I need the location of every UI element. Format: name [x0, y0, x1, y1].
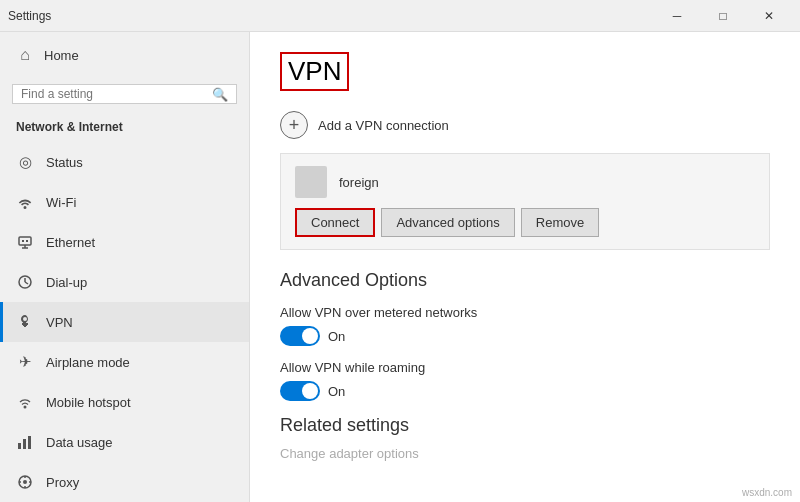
- sidebar: ⌂ Home 🔍 Network & Internet ◎ Status Wi-…: [0, 32, 250, 502]
- vpn-card-name: foreign: [339, 175, 379, 190]
- vpn-card: foreign Connect Advanced options Remove: [280, 153, 770, 250]
- sidebar-item-label-status: Status: [46, 155, 83, 170]
- svg-rect-9: [18, 443, 21, 449]
- sidebar-item-wifi[interactable]: Wi-Fi: [0, 182, 249, 222]
- change-adapter-options-link[interactable]: Change adapter options: [280, 446, 770, 461]
- wifi-icon: [16, 193, 34, 211]
- toggle-metered-control: On: [280, 326, 770, 346]
- related-settings-title: Related settings: [280, 415, 770, 436]
- sidebar-item-label-dialup: Dial-up: [46, 275, 87, 290]
- toggle-roaming-switch[interactable]: [280, 381, 320, 401]
- title-bar: Settings ─ □ ✕: [0, 0, 800, 32]
- sidebar-item-label-ethernet: Ethernet: [46, 235, 95, 250]
- svg-rect-11: [28, 436, 31, 449]
- sidebar-item-status[interactable]: ◎ Status: [0, 142, 249, 182]
- dialup-icon: [16, 273, 34, 291]
- close-button[interactable]: ✕: [746, 0, 792, 32]
- advanced-options-section-title: Advanced Options: [280, 270, 770, 291]
- sidebar-item-dialup[interactable]: Dial-up: [0, 262, 249, 302]
- add-vpn-button[interactable]: + Add a VPN connection: [280, 111, 770, 139]
- sidebar-item-vpn[interactable]: VPN: [0, 302, 249, 342]
- vpn-card-buttons: Connect Advanced options Remove: [295, 208, 755, 237]
- svg-rect-0: [19, 237, 31, 245]
- toggle-roaming-state: On: [328, 384, 345, 399]
- page-title-wrapper: VPN: [280, 52, 349, 91]
- search-input[interactable]: [21, 87, 212, 101]
- vpn-icon: [16, 313, 34, 331]
- svg-point-13: [23, 480, 27, 484]
- svg-rect-2: [26, 240, 28, 242]
- toggle-metered-label: Allow VPN over metered networks: [280, 305, 770, 320]
- watermark: wsxdn.com: [742, 487, 792, 498]
- airplane-icon: ✈: [16, 353, 34, 371]
- svg-line-7: [25, 282, 28, 284]
- minimize-button[interactable]: ─: [654, 0, 700, 32]
- search-icon: 🔍: [212, 87, 228, 102]
- add-icon: +: [280, 111, 308, 139]
- svg-rect-1: [22, 240, 24, 242]
- sidebar-item-label-airplane: Airplane mode: [46, 355, 130, 370]
- sidebar-item-label-vpn: VPN: [46, 315, 73, 330]
- toggle-metered-state: On: [328, 329, 345, 344]
- status-icon: ◎: [16, 153, 34, 171]
- toggle-metered-switch[interactable]: [280, 326, 320, 346]
- toggle-row-metered: Allow VPN over metered networks On: [280, 305, 770, 346]
- sidebar-item-home[interactable]: ⌂ Home: [0, 32, 249, 78]
- search-box[interactable]: 🔍: [12, 84, 237, 104]
- hotspot-icon: [16, 393, 34, 411]
- sidebar-item-hotspot[interactable]: Mobile hotspot: [0, 382, 249, 422]
- sidebar-item-label-datausage: Data usage: [46, 435, 113, 450]
- home-label: Home: [44, 48, 79, 63]
- sidebar-item-label-wifi: Wi-Fi: [46, 195, 76, 210]
- toggle-row-roaming: Allow VPN while roaming On: [280, 360, 770, 401]
- svg-point-8: [24, 406, 27, 409]
- window-controls: ─ □ ✕: [654, 0, 792, 32]
- datausage-icon: [16, 433, 34, 451]
- vpn-card-icon: [295, 166, 327, 198]
- maximize-button[interactable]: □: [700, 0, 746, 32]
- ethernet-icon: [16, 233, 34, 251]
- content-area: VPN + Add a VPN connection foreign Conne…: [250, 32, 800, 502]
- proxy-icon: [16, 473, 34, 491]
- sidebar-item-proxy[interactable]: Proxy: [0, 462, 249, 502]
- home-icon: ⌂: [16, 46, 34, 64]
- sidebar-item-label-proxy: Proxy: [46, 475, 79, 490]
- add-vpn-label: Add a VPN connection: [318, 118, 449, 133]
- connect-button[interactable]: Connect: [295, 208, 375, 237]
- app-body: ⌂ Home 🔍 Network & Internet ◎ Status Wi-…: [0, 32, 800, 502]
- sidebar-item-datausage[interactable]: Data usage: [0, 422, 249, 462]
- vpn-card-header: foreign: [295, 166, 755, 198]
- app-title: Settings: [8, 9, 654, 23]
- page-title: VPN: [288, 56, 341, 87]
- advanced-options-button[interactable]: Advanced options: [381, 208, 514, 237]
- sidebar-section-title: Network & Internet: [0, 114, 249, 142]
- sidebar-item-label-hotspot: Mobile hotspot: [46, 395, 131, 410]
- svg-rect-10: [23, 439, 26, 449]
- toggle-roaming-control: On: [280, 381, 770, 401]
- sidebar-item-ethernet[interactable]: Ethernet: [0, 222, 249, 262]
- toggle-roaming-label: Allow VPN while roaming: [280, 360, 770, 375]
- remove-button[interactable]: Remove: [521, 208, 599, 237]
- sidebar-item-airplane[interactable]: ✈ Airplane mode: [0, 342, 249, 382]
